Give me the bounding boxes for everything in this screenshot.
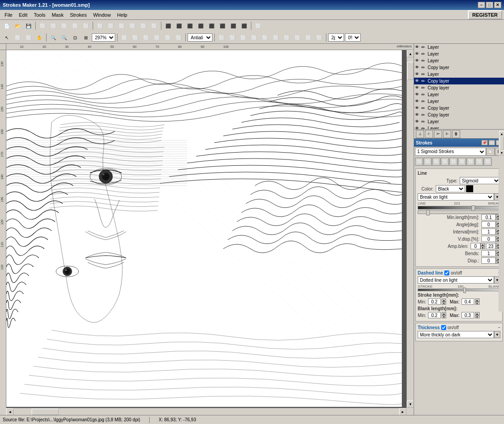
t13[interactable]: ⬜	[152, 33, 162, 42]
layer-delete-btn[interactable]: 🗑	[452, 130, 460, 138]
layer-eye-2[interactable]: 👁	[415, 51, 420, 57]
t19[interactable]: ⬜	[249, 33, 259, 42]
layer-row-9[interactable]: 👁 ✏ Layer	[414, 98, 504, 105]
strokes-pin-btn[interactable]: 📌	[481, 140, 488, 145]
stroke-copy-btn[interactable]: 📋	[486, 148, 495, 156]
ampben-up1[interactable]: ▲	[480, 243, 485, 246]
menu-file[interactable]: File	[2, 11, 15, 19]
t18[interactable]: ⬜	[238, 33, 248, 42]
hscroll-left-btn[interactable]: ◄	[6, 408, 14, 415]
bends-input[interactable]	[481, 250, 496, 256]
dashed-slider[interactable]	[418, 289, 500, 291]
t23[interactable]: ⬜	[292, 33, 302, 42]
btn15[interactable]: ⬛	[185, 21, 195, 30]
hscroll-thumb[interactable]	[32, 409, 59, 415]
t16[interactable]: ⬜	[217, 33, 226, 42]
layer-eye-9[interactable]: 👁	[415, 99, 420, 104]
btn17[interactable]: ⬛	[207, 21, 217, 30]
t12[interactable]: ⬜	[141, 33, 151, 42]
t22[interactable]: ⬜	[282, 33, 292, 42]
thickness-section-collapse[interactable]: −	[498, 326, 500, 330]
layer-align-btn4[interactable]: ⊩	[443, 130, 451, 138]
stroke-max-up[interactable]: ▲	[475, 298, 480, 302]
vscroll-up-btn[interactable]: ▲	[407, 50, 414, 57]
btn16[interactable]: ⬛	[196, 21, 206, 30]
menu-strokes[interactable]: Strokes	[67, 11, 89, 19]
layer-eye-1[interactable]: 👁	[415, 45, 420, 50]
menu-edit[interactable]: Edit	[16, 11, 30, 19]
t3[interactable]: ⬜	[24, 33, 33, 42]
stroke-min-input[interactable]	[428, 298, 441, 305]
si-btn-5[interactable]: ⬜	[449, 158, 457, 166]
layer-row-12[interactable]: 👁 ✏ Layer	[414, 118, 504, 125]
btn5[interactable]: ⬜	[70, 21, 80, 30]
dashed-slider-thumb[interactable]	[463, 288, 466, 293]
stroke-min-down[interactable]: ▼	[442, 302, 446, 305]
btn18[interactable]: ⬛	[217, 21, 227, 30]
right-vscroll-up[interactable]: ▲	[499, 131, 504, 136]
layer-eye-4[interactable]: 👁	[415, 65, 420, 70]
size-select[interactable]: 2px 1px 3px	[328, 33, 344, 42]
layer-align-btn3[interactable]: ⊨	[434, 130, 442, 138]
t17[interactable]: ⬜	[227, 33, 237, 42]
btn13[interactable]: ⬛	[163, 21, 173, 30]
canvas-hscrollbar[interactable]: ◄ ►	[6, 408, 406, 415]
ampben-input1[interactable]	[471, 243, 480, 249]
interval-input[interactable]	[481, 228, 496, 235]
canvas-scroll-area[interactable]	[6, 50, 406, 408]
menu-help[interactable]: Help	[114, 11, 130, 19]
t15[interactable]: ⬜	[174, 33, 184, 42]
btn9[interactable]: ⬜	[117, 21, 127, 30]
vdisp-input[interactable]	[481, 236, 496, 242]
hand-tool[interactable]: ✋	[34, 33, 44, 42]
layer-eye-8[interactable]: 👁	[415, 92, 420, 98]
t20[interactable]: ⬜	[260, 33, 270, 42]
right-vscroll-down[interactable]: ▼	[499, 150, 504, 155]
t10[interactable]: ⬜	[119, 33, 129, 42]
btn20[interactable]: ⬛	[239, 21, 249, 30]
blank-min-input[interactable]	[428, 312, 441, 318]
layer-align-btn1[interactable]: ⊥	[416, 130, 424, 138]
break-select[interactable]: Break on light Break on dark No break	[418, 193, 494, 200]
cursor-tool[interactable]: ↖	[2, 33, 12, 42]
btn2[interactable]: ⬜	[38, 21, 47, 30]
thickness-checkbox[interactable]	[441, 325, 446, 330]
layer-eye-11[interactable]: 👁	[415, 112, 420, 118]
ampben-down1[interactable]: ▼	[480, 246, 485, 249]
t24[interactable]: ⬜	[303, 33, 313, 42]
stroke-preset-select[interactable]: 1 Sigmoid Strokes	[415, 148, 486, 156]
si-btn-6[interactable]: ⬜	[458, 158, 466, 166]
antialias-select[interactable]: Antiali	[188, 33, 212, 42]
thickness-pattern-arrow[interactable]: ▼	[494, 331, 500, 338]
menu-mask[interactable]: Mask	[49, 11, 66, 19]
stroke-max-input[interactable]	[462, 298, 474, 305]
layer-row-1[interactable]: 👁 ✏ Layer	[414, 44, 504, 51]
strokes-minimize-btn[interactable]: −	[489, 140, 495, 145]
angle-input[interactable]	[481, 221, 496, 228]
layer-eye-13[interactable]: 👁	[415, 126, 420, 130]
layer-eye-10[interactable]: 👁	[415, 106, 420, 111]
si-btn-7[interactable]: ⬜	[466, 158, 475, 166]
render-btn[interactable]: ⬜	[253, 21, 263, 30]
line-slider-track[interactable]	[418, 206, 500, 210]
btn14[interactable]: ⬛	[174, 21, 184, 30]
si-btn-8[interactable]: ⬜	[475, 158, 483, 166]
vscroll-thumb[interactable]	[407, 62, 414, 80]
btn12[interactable]: ⬜	[149, 21, 159, 30]
save-button[interactable]: 💾	[24, 21, 33, 30]
si-btn-9[interactable]: ⬜	[484, 158, 492, 166]
si-btn-4[interactable]: ⬜	[441, 158, 449, 166]
register-button[interactable]: REGISTER	[468, 10, 502, 19]
t25[interactable]: ⬜	[314, 33, 324, 42]
thickness-pattern-select[interactable]: More thickly on dark More thickly on lig…	[418, 331, 494, 338]
maximize-button[interactable]: □	[486, 2, 493, 8]
line-slider-track2[interactable]	[418, 210, 500, 214]
layer-row-6[interactable]: 👁 ✏ Copy layer	[414, 78, 504, 84]
minimize-button[interactable]: −	[478, 2, 485, 8]
layer-eye-7[interactable]: 👁	[415, 85, 420, 91]
hscroll-right-btn[interactable]: ►	[399, 408, 406, 415]
disp-input[interactable]	[481, 257, 496, 264]
btn3[interactable]: ⬜	[48, 21, 58, 30]
zoom-in-btn[interactable]: 🔍	[59, 33, 69, 42]
new-button[interactable]: 📄	[2, 21, 12, 30]
